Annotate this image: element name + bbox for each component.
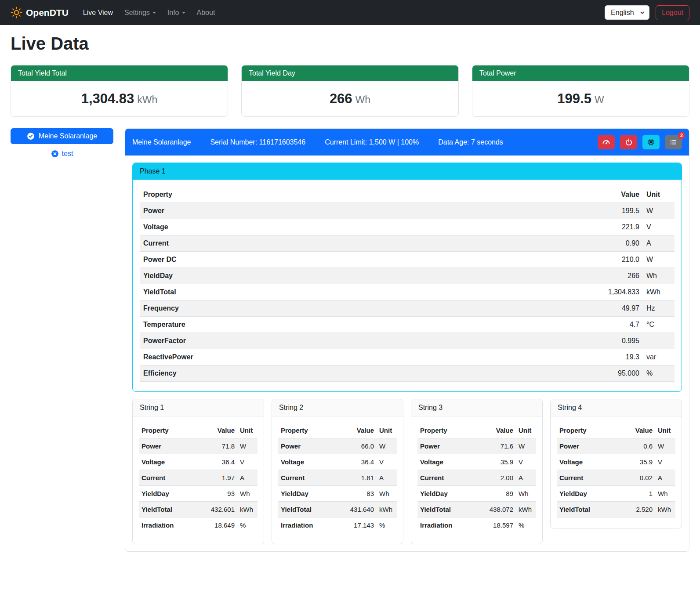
inverter-body: Phase 1 Property Value Unit <box>125 156 689 551</box>
row-unit: kWh <box>237 502 258 517</box>
nav-item-info[interactable]: Info <box>162 5 191 20</box>
string-card-3: String 3 Property Value Unit <box>411 399 543 544</box>
check-circle-icon <box>27 132 35 140</box>
row-value: 17.143 <box>345 517 377 533</box>
row-value: 1.97 <box>206 470 237 486</box>
table-row: Current 2.00 A <box>417 470 536 486</box>
nav-item-live-view[interactable]: Live View <box>77 5 119 20</box>
summary-card-title: Total Power <box>472 65 689 81</box>
row-value: 4.7 <box>586 317 643 333</box>
table-row: Power 71.6 W <box>417 438 536 454</box>
row-unit: Wh <box>516 486 536 502</box>
row-property: Voltage <box>139 454 206 470</box>
chevron-down-icon <box>152 12 156 14</box>
row-value: 432.601 <box>206 502 237 517</box>
summary-card-body: 1,304.83kWh <box>11 81 228 116</box>
row-unit: A <box>237 470 258 486</box>
table-row: Irradiation 18.597 % <box>417 517 536 533</box>
row-value: 266 <box>586 268 643 284</box>
power-toggle-button[interactable] <box>620 135 637 149</box>
nav-item-settings[interactable]: Settings <box>119 5 162 20</box>
row-unit: % <box>377 517 397 533</box>
table-row: Voltage 35.9 V <box>417 454 536 470</box>
table-row: YieldTotal 1,304.833 kWh <box>140 284 675 300</box>
row-unit: A <box>655 470 675 486</box>
limit-settings-button[interactable] <box>598 135 615 149</box>
row-property: YieldDay <box>140 268 586 284</box>
row-unit: % <box>643 365 675 382</box>
row-value: 35.9 <box>484 454 516 470</box>
row-property: YieldTotal <box>139 502 206 517</box>
row-value: 89 <box>484 486 516 502</box>
string-table: Property Value Unit Power 71.6 <box>417 423 536 533</box>
table-row: YieldTotal 432.601 kWh <box>139 502 258 517</box>
table-row: ReactivePower 19.3 var <box>140 349 675 365</box>
summary-card: Total Power 199.5W <box>472 65 689 117</box>
strings-row: String 1 Property Value Unit <box>132 399 682 544</box>
row-property: Current <box>417 470 484 486</box>
sun-logo-icon <box>11 7 22 18</box>
table-row: YieldDay 89 Wh <box>417 486 536 502</box>
row-property: Voltage <box>417 454 484 470</box>
brand-label: OpenDTU <box>26 7 69 18</box>
summary-card-title: Total Yield Day <box>242 65 458 81</box>
inverter-name: Meine Solaranlage <box>132 138 191 146</box>
col-property: Property <box>140 187 586 203</box>
navbar: OpenDTU Live View Settings Info About En… <box>0 0 700 25</box>
row-property: YieldTotal <box>557 502 624 517</box>
x-circle-icon <box>51 150 59 158</box>
table-row: Current 1.81 A <box>278 470 397 486</box>
power-icon <box>625 138 633 146</box>
row-unit: V <box>516 454 536 470</box>
row-property: Irradiation <box>139 517 206 533</box>
inverter-data-age: Data Age: 7 seconds <box>438 138 503 146</box>
row-unit: kWh <box>643 284 675 300</box>
summary-card: Total Yield Day 266Wh <box>241 65 459 117</box>
row-value: 18.597 <box>484 517 516 533</box>
row-value: 18.649 <box>206 517 237 533</box>
table-row: PowerFactor 0.995 <box>140 333 675 349</box>
brand[interactable]: OpenDTU <box>11 7 69 18</box>
table-row: Temperature 4.7 °C <box>140 317 675 333</box>
row-property: Current <box>278 470 345 486</box>
row-property: Current <box>557 470 624 486</box>
string-card-1: String 1 Property Value Unit <box>132 399 264 544</box>
row-property: Temperature <box>140 317 586 333</box>
table-row: Current 0.02 A <box>557 470 675 486</box>
col-property: Property <box>417 423 484 438</box>
row-value: 36.4 <box>206 454 237 470</box>
row-value: 1 <box>624 486 655 502</box>
inverter-info-button[interactable] <box>642 135 660 149</box>
col-unit: Unit <box>655 423 675 438</box>
row-property: YieldTotal <box>140 284 586 300</box>
row-value: 0.02 <box>624 470 655 486</box>
table-header-row: Property Value Unit <box>140 187 675 203</box>
summary-value: 266 <box>330 91 352 106</box>
table-row: Voltage 35.9 V <box>557 454 675 470</box>
row-property: Current <box>140 235 586 252</box>
eventlog-button[interactable]: 2 <box>665 135 682 149</box>
row-unit: Wh <box>643 268 675 284</box>
row-value: 49.97 <box>586 300 643 317</box>
table-row: Efficiency 95.000 % <box>140 365 675 382</box>
language-select[interactable]: English <box>605 5 649 20</box>
sidebar-item-test[interactable]: test <box>48 149 76 158</box>
row-unit: Wh <box>377 486 397 502</box>
phase-table: Property Value Unit Power 199.5 W <box>140 187 675 382</box>
row-property: PowerFactor <box>140 333 586 349</box>
logout-button[interactable]: Logout <box>656 5 689 20</box>
summary-unit: kWh <box>137 94 157 105</box>
col-unit: Unit <box>237 423 258 438</box>
sidebar-item-meine-solaranlage[interactable]: Meine Solaranlage <box>11 128 113 144</box>
table-row: YieldTotal 431.640 kWh <box>278 502 397 517</box>
row-property: YieldTotal <box>417 502 484 517</box>
table-row: Power DC 210.0 W <box>140 252 675 268</box>
string-title: String 3 <box>411 399 542 416</box>
eventlog-count-badge: 2 <box>678 132 685 139</box>
row-property: YieldDay <box>278 486 345 502</box>
table-row: Power 71.8 W <box>139 438 258 454</box>
table-header-row: Property Value Unit <box>557 423 675 438</box>
nav-item-about[interactable]: About <box>191 5 221 20</box>
page-title: Live Data <box>11 34 689 54</box>
cpu-chip-icon <box>647 138 655 146</box>
